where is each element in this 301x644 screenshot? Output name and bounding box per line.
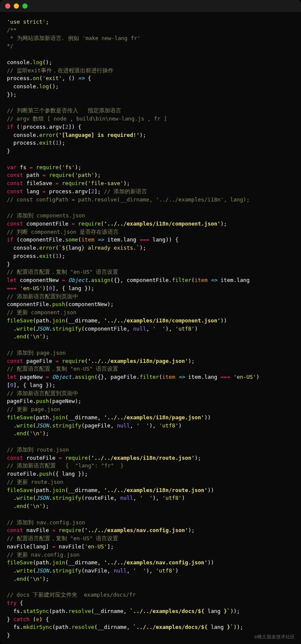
code-content: 'use strict'; /** * 为网站添加新语言. 例如 'make n…: [0, 12, 301, 644]
comment: * 为网站添加新语言. 例如: [7, 35, 82, 41]
comment: */: [7, 43, 13, 49]
comment: // 配置语言配置，复制 "en-US" 语言设置: [7, 535, 118, 542]
comment: // 更新 route.json: [7, 479, 63, 485]
comment: // 添加新语言配置到页面中: [7, 390, 78, 396]
comment: // const configPath = path.resolve(__dir…: [7, 196, 249, 203]
comment: // 添加新语言配置到页面中: [7, 293, 78, 300]
comment: // 监听exit事件，在进程退出前进行操作: [7, 67, 114, 74]
comment: // docs 下新建对应文件夹 examples/docs/fr: [7, 591, 136, 598]
comment: // 添加到 nav.config.json: [7, 519, 85, 526]
watermark: ©稀土掘金技术社区: [254, 634, 295, 641]
minimize-icon[interactable]: [14, 3, 19, 9]
comment: // 添加到 route.json: [7, 446, 69, 453]
comment: // 配置语言配置，复制 "en-US" 语言设置: [7, 269, 118, 275]
comment: /**: [7, 27, 17, 33]
titlebar: [0, 0, 301, 12]
close-icon[interactable]: [5, 3, 10, 9]
comment: // 添加到 page.json: [7, 350, 66, 356]
comment: // 判断第三个参数是否传入 指定添加语言: [7, 107, 121, 114]
string-literal: 'use strict': [7, 19, 46, 25]
comment: // 更新 component.json: [7, 309, 76, 316]
comment: // 添加新语言配置 { "lang": "fr" }: [7, 462, 124, 469]
comment: // argv 数组 [ node , build\bin\new-lang.j…: [7, 115, 167, 122]
terminal-window: 'use strict'; /** * 为网站添加新语言. 例如 'make n…: [0, 0, 301, 644]
comment: // 更新 page.json: [7, 406, 60, 412]
comment: // 判断 component.json 是否存在该语言: [7, 229, 119, 235]
comment: // 更新 nav.config.json: [7, 551, 80, 558]
comment: // 添加到 components.json: [7, 212, 85, 219]
comment: // 配置语言配置，复制 "en-US" 语言设置: [7, 365, 118, 372]
zoom-icon[interactable]: [22, 3, 28, 9]
